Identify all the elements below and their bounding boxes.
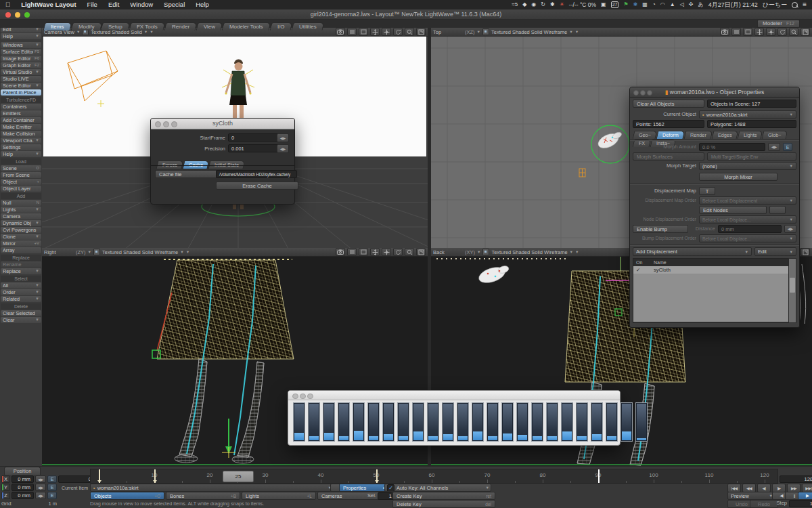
displacement-edit-dropdown[interactable]: Edit▼ — [754, 247, 796, 256]
sync-icon[interactable]: ↻ — [541, 0, 545, 9]
list-icon[interactable] — [347, 28, 357, 36]
slider-cell-10[interactable] — [442, 402, 454, 442]
sidebar-item-windows[interactable]: Windows▼ — [1, 42, 41, 48]
sidebar-item-graph-editor[interactable]: Graph EditorF2 — [1, 62, 41, 68]
sidebar-item-clear-selected[interactable]: Clear Selected — [1, 310, 41, 316]
photos-icon[interactable]: ▣ — [601, 0, 606, 9]
y-value-field[interactable]: 0 mm — [12, 484, 34, 491]
slider-cell-8[interactable] — [412, 402, 424, 442]
slider-cell-11[interactable] — [457, 402, 469, 442]
sidebar-item-make-emitter[interactable]: Make Emitter — [1, 124, 41, 130]
view-type-dropdown-icon[interactable]: ▼ — [88, 250, 91, 254]
sidebar-item-cvt-powergons[interactable]: Cvt Powergons — [1, 227, 41, 233]
toolbar-tab-view[interactable]: View — [196, 22, 223, 30]
rotate-icon[interactable] — [777, 28, 787, 36]
displacement-texture-button[interactable]: T — [699, 187, 715, 195]
x-axis-button[interactable]: X — [1, 475, 10, 483]
morph-target-dropdown[interactable]: (none)▼ — [699, 162, 796, 170]
properties-titlebar[interactable]: ▮ woman2010a.lwo - Object Properties — [630, 87, 799, 98]
current-object-dropdown[interactable]: ▪woman2010a:skirt▼ — [699, 110, 796, 119]
timeline-ruler[interactable]: 10203040506070809010011012025 — [90, 469, 778, 484]
sidebar-item-lights[interactable]: Lights▼ — [1, 207, 41, 213]
sidebar-item-scene-editor[interactable]: Scene Editor▼ — [1, 83, 41, 89]
pane-icon[interactable] — [359, 28, 368, 36]
sidebar-item-help[interactable]: Help▼ — [1, 33, 41, 39]
sidebar-item-clear[interactable]: Clear▼ — [1, 317, 41, 323]
sidebar-item-emitters[interactable]: Emitters — [1, 110, 41, 117]
precision-stepper[interactable]: ◀▶ — [277, 144, 289, 153]
render-mode-dropdown-icon[interactable]: ▼ — [180, 250, 183, 254]
view-type-dropdown-icon[interactable]: ▼ — [477, 30, 480, 34]
sidebar-item-object[interactable]: Object+ — [1, 179, 41, 185]
z-value-field[interactable]: 0 mm — [12, 492, 34, 499]
paw-icon[interactable]: ✱ — [550, 0, 555, 9]
x-envelope-button[interactable]: E — [47, 475, 57, 483]
sidebar-item-containers[interactable]: Containers — [1, 104, 41, 110]
startframe-field[interactable]: 0 — [228, 133, 281, 142]
wireframe-overlay-dropdown-icon[interactable]: ▼ — [186, 250, 189, 254]
displacement-list[interactable]: On Name ✓ syCloth — [633, 258, 791, 323]
sidebar-item-dynamic-obj[interactable]: Dynamic Obj▼ — [1, 220, 41, 226]
sycloth-dialog[interactable]: syCloth StartFrame 0 ◀▶ Precision 0.001 … — [150, 118, 295, 205]
pan-icon[interactable] — [766, 28, 775, 36]
fan-icon[interactable]: ✣ — [689, 0, 694, 9]
rotate-icon[interactable] — [393, 248, 403, 256]
toolbar-tab-items[interactable]: Items — [43, 22, 72, 30]
shield-icon[interactable]: ◆ — [522, 0, 526, 9]
delete-key-button[interactable]: Delete Keydel — [392, 500, 495, 508]
sycloth-tab-forces[interactable]: Forces — [156, 161, 184, 169]
close-icon[interactable] — [633, 90, 639, 96]
eject-icon[interactable]: ▲ — [670, 0, 675, 9]
end-frame-field[interactable]: 120 — [780, 475, 812, 483]
z-envelope-button[interactable]: E — [47, 492, 57, 499]
window-titlebar[interactable]: girl2014-genoma2.lws - Layout™ NewTek Li… — [0, 9, 812, 20]
add-displacement-dropdown[interactable]: Add Displacement▼ — [633, 247, 752, 256]
list-icon[interactable] — [347, 248, 357, 256]
x-value-field[interactable]: 0 mm — [12, 475, 34, 483]
close-icon[interactable] — [292, 394, 298, 400]
precision-field[interactable]: 0.001 — [228, 144, 281, 152]
select-lights-button[interactable]: Lights+L — [242, 492, 316, 500]
morph-mixer-button[interactable]: Morph Mixer — [699, 173, 777, 181]
slider-cell-22[interactable] — [621, 402, 633, 442]
y-stepper[interactable]: ◀▶ — [35, 484, 46, 491]
slider-cell-18[interactable] — [561, 402, 573, 442]
activity-icon[interactable]: ≈5 — [512, 0, 518, 9]
sidebar-item-array[interactable]: Array — [1, 247, 41, 253]
spotlight-icon[interactable] — [792, 2, 798, 8]
sidebar-item-related[interactable]: Related▼ — [1, 296, 41, 302]
render-mode-dropdown-icon[interactable]: ▼ — [569, 30, 572, 34]
sidebar-item-help[interactable]: Help▼ — [1, 151, 41, 157]
toolbar-tab-utilities[interactable]: Utilities — [291, 22, 324, 30]
weather-status-text[interactable]: --/-- °C 0% — [569, 0, 596, 9]
toolbar-tab-fx-tools[interactable]: FX Tools — [129, 22, 166, 30]
z-axis-button[interactable]: Z — [1, 492, 10, 499]
sidebar-item-replace[interactable]: Replace▼ — [1, 268, 41, 274]
minimize-icon[interactable] — [163, 121, 169, 127]
play-button[interactable]: ▶ — [798, 492, 812, 500]
select-objects-button[interactable]: Objects+O — [90, 492, 164, 500]
sidebar-item-scene[interactable]: SceneO — [1, 165, 41, 171]
sidebar-item-from-scene[interactable]: From Scene — [1, 172, 41, 178]
camera-icon[interactable] — [336, 28, 345, 36]
nodes-enable-checkbox[interactable] — [769, 206, 786, 214]
sidebar-item-studio-live[interactable]: Studio LIVE — [1, 76, 41, 82]
startframe-stepper[interactable]: ◀▶ — [277, 133, 289, 142]
list-icon[interactable] — [731, 28, 741, 36]
preview-dropdown[interactable]: Preview▼ — [727, 492, 776, 500]
slider-cell-20[interactable] — [591, 402, 603, 442]
slider-cell-6[interactable] — [382, 402, 394, 442]
sidebar-item-object-layer[interactable]: Object Layer — [1, 186, 41, 192]
pane-icon[interactable] — [359, 248, 368, 256]
globe-icon[interactable]: ◉ — [531, 0, 536, 9]
volume-icon[interactable]: ◁ — [680, 0, 684, 9]
input-source-icon[interactable]: あ — [698, 0, 704, 9]
list-scrollbar[interactable] — [788, 258, 796, 323]
app-menu[interactable]: LightWave Layout — [16, 0, 81, 9]
toolbar-tab-render[interactable]: Render — [164, 22, 198, 30]
rotate-icon[interactable] — [393, 28, 403, 36]
slider-cell-14[interactable] — [501, 402, 514, 442]
wireframe-overlay-dropdown-icon[interactable]: ▼ — [575, 30, 579, 34]
enable-bump-button[interactable]: Enable Bump — [633, 225, 688, 233]
sidebar-item-make-collision[interactable]: Make Collision — [1, 131, 41, 137]
